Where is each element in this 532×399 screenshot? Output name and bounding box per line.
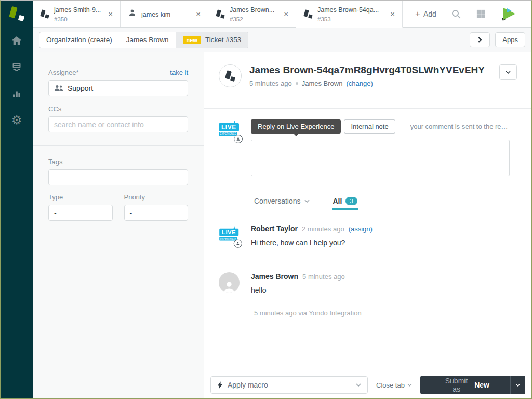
message-time: 2 minutes ago bbox=[302, 225, 344, 233]
ticket-tab-353-active[interactable]: James Brown-54qa... #353 × bbox=[296, 1, 403, 28]
tags-input[interactable] bbox=[54, 174, 182, 182]
take-it-link[interactable]: take it bbox=[170, 69, 188, 76]
apps-button[interactable]: Apps bbox=[495, 32, 525, 47]
close-tab-icon[interactable]: × bbox=[388, 9, 397, 19]
submit-button[interactable]: Submit as New bbox=[420, 376, 510, 394]
live-experience-avatar: LIVE EXPERIENCE bbox=[219, 225, 243, 247]
apply-macro-dropdown[interactable]: Apply macro bbox=[210, 376, 368, 394]
tab-title: James Brown-54qa... bbox=[317, 6, 379, 14]
topbar-actions: + Add bbox=[403, 1, 531, 27]
ticket-avatar bbox=[219, 64, 242, 87]
reply-textarea[interactable] bbox=[251, 140, 510, 176]
priority-select[interactable]: - bbox=[124, 205, 189, 221]
group-icon bbox=[54, 85, 63, 91]
tab-title: James Brown... bbox=[230, 6, 274, 14]
divider bbox=[321, 194, 321, 206]
message-robert-taylor: LIVE EXPERIENCE Robert Taylor 2 minutes … bbox=[204, 210, 531, 250]
breadcrumb-ticket[interactable]: new Ticket #353 bbox=[176, 32, 248, 48]
message-time: 5 minutes ago bbox=[302, 273, 345, 281]
app-window: james Smith-9... #350 × james kim × Jame… bbox=[0, 0, 532, 399]
avatar-column bbox=[219, 272, 244, 295]
requester-name: James Brown bbox=[302, 79, 343, 87]
conversations-dropdown[interactable]: Conversations bbox=[254, 192, 310, 210]
admin-gear-icon[interactable]: ⚙ bbox=[10, 114, 23, 126]
message-james-brown: James Brown 5 minutes ago hello bbox=[204, 258, 531, 298]
priority-label: Priority bbox=[124, 193, 189, 201]
submit-options-button[interactable] bbox=[510, 376, 525, 394]
tags-label: Tags bbox=[48, 158, 188, 166]
ticket-icon bbox=[216, 9, 225, 19]
assign-link[interactable]: (assign) bbox=[349, 225, 373, 233]
tab-text: James Brown... #352 bbox=[230, 5, 277, 23]
ticket-tab-350[interactable]: james Smith-9... #350 × bbox=[33, 1, 121, 27]
ticket-options-button[interactable] bbox=[499, 64, 517, 80]
change-requester-link[interactable]: (change) bbox=[346, 79, 373, 87]
ticket-header-text: James Brown-54qa7mR8gHvrg4T0SLWhYVEvEHY … bbox=[249, 64, 485, 87]
close-tab-dropdown[interactable]: Close tab bbox=[376, 381, 412, 389]
views-icon[interactable] bbox=[10, 61, 23, 73]
search-icon[interactable] bbox=[451, 9, 461, 19]
assignee-field[interactable]: Support bbox=[48, 80, 188, 96]
reply-hint-text: your comment is sent to the requester vi… bbox=[410, 123, 510, 130]
top-tab-bar: james Smith-9... #350 × james kim × Jame… bbox=[1, 1, 531, 28]
tab-title: james kim bbox=[141, 11, 170, 18]
ticket-icon bbox=[224, 70, 236, 82]
ccs-field-wrap bbox=[48, 116, 188, 132]
zendesk-logo-icon bbox=[9, 6, 24, 22]
message-text: Hi there, how can I help you? bbox=[251, 238, 517, 247]
ticket-icon bbox=[303, 9, 313, 19]
collapse-panel-button[interactable] bbox=[470, 32, 490, 47]
tab-text: james Smith-9... #350 bbox=[54, 5, 101, 23]
divider bbox=[33, 145, 204, 146]
close-tab-icon[interactable]: × bbox=[282, 9, 290, 19]
status-badge-new: new bbox=[183, 36, 201, 44]
zendesk-logo[interactable] bbox=[1, 1, 33, 28]
breadcrumb-requester[interactable]: James Brown bbox=[119, 32, 176, 48]
tab-text: James Brown-54qa... #353 bbox=[317, 5, 383, 23]
divider bbox=[33, 234, 204, 234]
add-button[interactable]: + Add bbox=[415, 9, 436, 19]
close-tab-icon[interactable]: × bbox=[106, 9, 115, 19]
conversation-count-badge: 3 bbox=[345, 197, 357, 205]
ticket-number-label: Ticket #353 bbox=[205, 36, 241, 44]
tab-all-conversations[interactable]: All 3 bbox=[332, 192, 358, 210]
person-icon bbox=[234, 135, 243, 143]
ticket-icon bbox=[40, 9, 49, 19]
reply-body: Reply on Live Experience Internal note y… bbox=[251, 119, 510, 178]
tab-text: james kim bbox=[141, 9, 170, 19]
live-experience-avatar: LIVE EXPERIENCE bbox=[219, 119, 244, 142]
ticket-created-time: 5 minutes ago bbox=[249, 79, 292, 87]
person-icon bbox=[222, 280, 236, 293]
ticket-tab-352[interactable]: James Brown... #352 × bbox=[208, 1, 296, 27]
close-tab-icon[interactable]: × bbox=[194, 9, 203, 19]
internal-note-tab[interactable]: Internal note bbox=[344, 119, 395, 134]
ticket-title: James Brown-54qa7mR8gHvrg4T0SLWhYVEvEHY bbox=[249, 64, 485, 76]
breadcrumb-actions: Apps bbox=[470, 32, 525, 47]
experience-badge: EXPERIENCE bbox=[219, 132, 237, 136]
body-row: ⚙ Organization (create) James Brown new … bbox=[1, 28, 531, 398]
breadcrumb: Organization (create) James Brown new Ti… bbox=[39, 32, 248, 48]
right-column: Organization (create) James Brown new Ti… bbox=[33, 28, 531, 398]
tab-title: james Smith-9... bbox=[54, 6, 101, 14]
ticket-header: James Brown-54qa7mR8gHvrg4T0SLWhYVEvEHY … bbox=[204, 52, 531, 109]
divider bbox=[403, 121, 403, 133]
ticket-main: James Brown-54qa7mR8gHvrg4T0SLWhYVEvEHY … bbox=[204, 52, 531, 398]
reports-icon[interactable] bbox=[10, 87, 23, 100]
plus-icon: + bbox=[415, 9, 420, 19]
submit-status-value: New bbox=[474, 381, 489, 389]
reply-channel-tab-active[interactable]: Reply on Live Experience bbox=[251, 119, 341, 134]
type-select[interactable]: - bbox=[48, 205, 113, 221]
apply-macro-label: Apply macro bbox=[228, 381, 268, 389]
ccs-label: CCs bbox=[48, 105, 188, 113]
user-tab-james-kim[interactable]: james kim × bbox=[121, 1, 208, 27]
all-label: All bbox=[333, 197, 342, 205]
apps-grid-icon[interactable] bbox=[476, 9, 486, 19]
message-header: James Brown 5 minutes ago bbox=[251, 272, 517, 281]
close-tab-label: Close tab bbox=[376, 381, 405, 389]
home-icon[interactable] bbox=[10, 34, 23, 47]
conversations-label: Conversations bbox=[254, 197, 301, 205]
live-badge: LIVE bbox=[219, 229, 238, 236]
products-play-icon[interactable] bbox=[500, 7, 517, 21]
ccs-input[interactable] bbox=[54, 121, 182, 129]
breadcrumb-organization[interactable]: Organization (create) bbox=[39, 32, 119, 48]
